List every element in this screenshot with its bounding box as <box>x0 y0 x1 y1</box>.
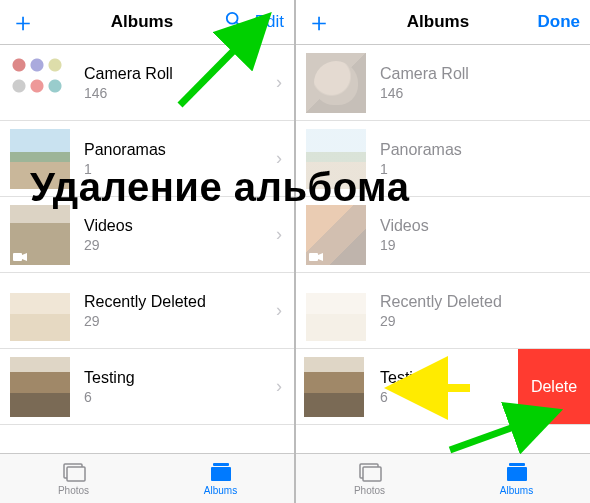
svg-rect-9 <box>363 467 381 481</box>
svg-rect-7 <box>309 253 318 261</box>
album-name: Recently Deleted <box>380 293 590 311</box>
album-info: Camera Roll146 <box>366 65 590 101</box>
album-count: 1 <box>380 161 590 177</box>
album-thumbnail <box>304 357 364 417</box>
tab-albums[interactable]: Albums <box>443 454 590 503</box>
album-info: Testing6 <box>70 369 276 405</box>
tab-photos[interactable]: Photos <box>0 454 147 503</box>
album-thumbnail <box>306 53 366 113</box>
svg-rect-6 <box>211 467 231 481</box>
album-thumbnail <box>10 357 70 417</box>
album-count: 19 <box>380 237 590 253</box>
tab-albums[interactable]: Albums <box>147 454 294 503</box>
svg-rect-11 <box>507 467 527 481</box>
album-list-right: Camera Roll146Panoramas1Videos19Recently… <box>296 45 590 425</box>
album-thumbnail <box>306 205 366 265</box>
album-name: Camera Roll <box>380 65 590 83</box>
svg-rect-2 <box>13 253 22 261</box>
nav-bar: ＋ Albums Done <box>296 0 590 45</box>
tab-photos-label: Photos <box>354 485 385 496</box>
album-count: 29 <box>84 237 276 253</box>
album-thumbnail <box>10 205 70 265</box>
album-name: Recently Deleted <box>84 293 276 311</box>
overlay-caption: Удаление альбома <box>30 165 409 210</box>
album-count: 29 <box>84 313 276 329</box>
chevron-right-icon: › <box>276 376 294 397</box>
album-info: Recently Deleted29 <box>366 293 590 329</box>
svg-rect-10 <box>509 463 525 466</box>
album-name: Panoramas <box>380 141 590 159</box>
arrow-green-edit <box>170 10 280 110</box>
tab-albums-label: Albums <box>204 485 237 496</box>
album-name: Videos <box>84 217 276 235</box>
album-count: 146 <box>380 85 590 101</box>
album-row: Camera Roll146 <box>296 45 590 121</box>
svg-rect-5 <box>213 463 229 466</box>
album-name: Videos <box>380 217 590 235</box>
album-row[interactable]: Recently Deleted29› <box>0 273 294 349</box>
chevron-right-icon: › <box>276 300 294 321</box>
album-info: Videos19 <box>366 217 590 253</box>
tab-albums-label: Albums <box>500 485 533 496</box>
album-thumbnail <box>306 281 366 341</box>
album-count: 6 <box>84 389 276 405</box>
tab-bar: Photos Albums <box>0 453 294 503</box>
video-icon <box>309 252 323 262</box>
album-name: Testing <box>84 369 276 387</box>
video-icon <box>13 252 27 262</box>
done-button[interactable]: Done <box>538 12 581 32</box>
album-row[interactable]: Testing6› <box>0 349 294 425</box>
add-album-button[interactable]: ＋ <box>10 12 36 32</box>
album-count: 29 <box>380 313 590 329</box>
album-thumbnail <box>10 281 70 341</box>
svg-line-14 <box>450 414 550 450</box>
svg-line-12 <box>180 22 262 105</box>
album-name: Panoramas <box>84 141 276 159</box>
album-thumbnail <box>10 53 70 113</box>
tab-photos-label: Photos <box>58 485 89 496</box>
arrow-green-delete <box>440 400 580 460</box>
tab-bar: Photos Albums <box>296 453 590 503</box>
add-album-button[interactable]: ＋ <box>306 12 332 32</box>
tab-photos[interactable]: Photos <box>296 454 443 503</box>
album-row: Recently Deleted29 <box>296 273 590 349</box>
svg-rect-4 <box>67 467 85 481</box>
chevron-right-icon: › <box>276 224 294 245</box>
album-info: Videos29 <box>70 217 276 253</box>
nav-title: Albums <box>366 12 510 32</box>
album-info: Recently Deleted29 <box>70 293 276 329</box>
